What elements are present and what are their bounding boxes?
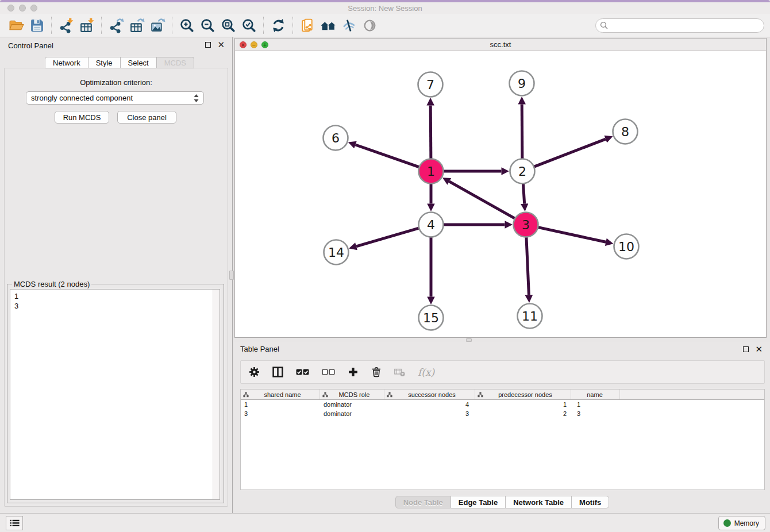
export-image-button[interactable] [148,16,167,34]
network-window: × − + scc.txt 7968124314101511 [234,38,767,338]
hide-selected-button[interactable] [340,16,358,34]
cell-successor-nodes[interactable]: 3 [384,410,475,417]
cell-mcds-role[interactable]: dominator [320,401,384,408]
app-title: Session: New Session [0,4,770,13]
search-box[interactable] [595,18,764,33]
memory-button[interactable]: Memory [718,516,765,530]
zoom-fit-button[interactable] [219,16,237,34]
cell-name[interactable]: 3 [571,410,620,417]
network-minimize-icon[interactable]: − [251,41,257,48]
table-panel-title: Table Panel [240,345,279,353]
column-edit-icon [322,392,328,398]
cell-shared-name[interactable]: 1 [241,401,320,408]
mcds-result-area[interactable]: 1 3 [10,289,220,500]
status-menu-button[interactable] [6,516,23,530]
tab-network[interactable]: Network [45,57,88,68]
edge-2-9[interactable] [522,105,522,161]
tab-style[interactable]: Style [88,57,121,68]
show-all-button[interactable] [360,16,379,34]
import-table-icon [79,18,95,33]
search-input[interactable] [608,21,760,29]
edge-1-7[interactable] [430,106,431,161]
open-session-button[interactable] [7,16,25,34]
mcds-result-scrollbar[interactable] [213,290,220,499]
network-maximize-icon[interactable]: + [261,41,268,48]
zoom-out-button[interactable] [198,16,217,34]
search-icon [600,21,608,29]
table-row[interactable]: 3 dominator 3 2 3 [241,409,764,418]
column-header-predecessor-nodes[interactable]: predecessor nodes [475,390,571,399]
network-graph-svg[interactable]: 7968124314101511 [235,51,766,337]
edge-3-11[interactable] [526,236,529,295]
toolbar-separator [101,17,102,34]
select-all-columns-icon[interactable] [296,367,309,377]
apply-layout-button[interactable] [269,16,287,34]
toolbar-separator [51,17,52,34]
tab-select[interactable]: Select [121,57,157,68]
table-row[interactable]: 1 dominator 4 1 1 [241,400,764,409]
edge-2-8[interactable] [532,139,606,167]
zoom-selected-button[interactable] [240,16,258,34]
document-network-icon [300,18,315,33]
memory-label: Memory [734,519,759,527]
table-settings-gear-icon[interactable] [249,367,260,377]
cell-predecessor-nodes[interactable]: 1 [475,401,571,408]
cell-shared-name[interactable]: 3 [241,410,320,417]
import-table-button[interactable] [78,16,96,34]
close-table-panel-icon[interactable]: ✕ [755,346,763,352]
column-edit-icon [243,392,249,398]
edge-1-6[interactable] [356,145,421,168]
show-column-panel-icon[interactable] [272,367,283,377]
delete-column-trash-icon[interactable] [371,367,382,377]
zoom-out-icon [200,18,215,33]
tab-network-table[interactable]: Network Table [506,496,572,508]
create-column-plus-icon[interactable] [348,367,359,377]
open-folder-icon [9,18,24,33]
function-builder-icon-disabled: f(x) [418,367,434,378]
node-label-4: 4 [427,218,435,232]
float-panel-icon[interactable] [205,42,211,48]
control-panel-title: Control Panel [8,41,53,50]
tab-motifs[interactable]: Motifs [572,496,609,508]
edge-4-14[interactable] [356,228,421,246]
new-network-from-selection-button[interactable] [298,16,317,34]
float-table-panel-icon[interactable] [743,346,749,352]
run-mcds-button[interactable]: Run MCDS [55,111,109,124]
column-edit-icon [387,392,392,398]
zoom-in-button[interactable] [178,16,196,34]
show-eye-icon [362,18,378,33]
cell-mcds-role[interactable]: dominator [320,410,384,417]
column-header-shared-name[interactable]: shared name [241,390,320,399]
cell-predecessor-nodes[interactable]: 2 [475,410,571,417]
network-close-icon[interactable]: × [240,41,247,48]
column-header-name[interactable]: name [571,390,620,399]
criterion-dropdown[interactable]: strongly connected component [26,91,204,105]
tab-mcds[interactable]: MCDS [157,57,194,68]
close-panel-button[interactable]: Close panel [117,111,176,124]
zoom-selected-icon [241,18,257,33]
edge-3-10[interactable] [536,227,606,242]
edge-3-1[interactable] [449,182,517,219]
node-label-15: 15 [423,311,439,325]
first-neighbors-button[interactable] [319,16,337,34]
vertical-splitter-handle[interactable] [229,271,234,280]
control-panel: Control Panel ✕ Network Style Select MCD… [0,37,233,513]
tab-edge-table[interactable]: Edge Table [451,496,506,508]
column-header-successor-nodes[interactable]: successor nodes [384,390,475,399]
deselect-all-columns-icon[interactable] [322,367,335,377]
tab-node-table[interactable]: Node Table [395,496,451,508]
cell-name[interactable]: 1 [571,401,620,408]
network-window-titlebar[interactable]: × − + scc.txt [235,38,766,51]
save-session-button[interactable] [28,16,46,34]
node-label-14: 14 [328,245,344,260]
import-network-button[interactable] [57,16,75,34]
column-header-mcds-role[interactable]: MCDS role [320,390,384,399]
edge-2-3[interactable] [523,182,525,204]
cell-successor-nodes[interactable]: 4 [384,401,475,408]
close-panel-icon[interactable]: ✕ [217,42,225,48]
export-table-button[interactable] [128,16,146,34]
export-network-button[interactable] [107,16,125,34]
node-label-7: 7 [426,78,434,92]
network-canvas[interactable]: 7968124314101511 [235,51,766,337]
mcds-result-groupbox: MCDS result (2 nodes) 1 3 [7,284,224,503]
